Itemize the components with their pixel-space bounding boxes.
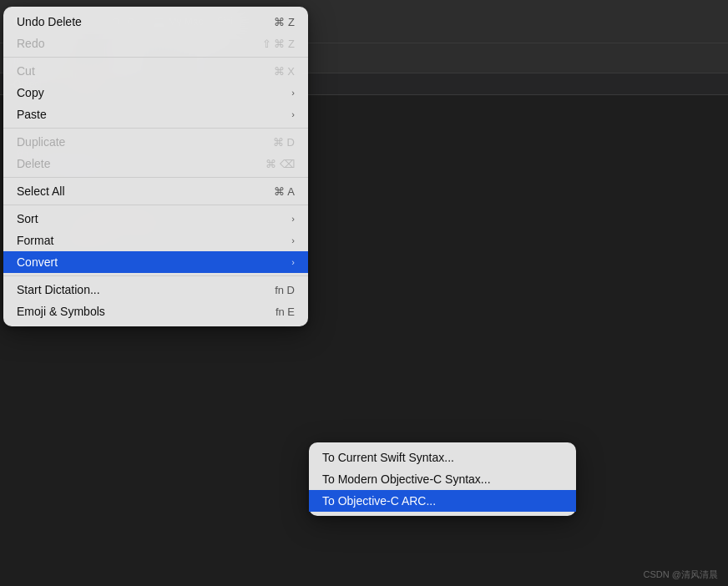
dictation-label: Start Dictation... <box>17 283 100 296</box>
to-modern-objc-label: To Modern Objective-C Syntax... <box>322 472 491 486</box>
separator-5 <box>3 275 308 276</box>
select-all-shortcut: ⌘ A <box>274 185 295 198</box>
emoji-shortcut: fn E <box>276 306 295 318</box>
menu-item-cut: Cut ⌘ X <box>3 60 308 82</box>
menu-item-delete: Delete ⌘ ⌫ <box>3 153 308 174</box>
separator-2 <box>3 128 308 129</box>
copy-arrow: › <box>291 88 295 98</box>
convert-arrow: › <box>291 257 295 267</box>
delete-shortcut: ⌘ ⌫ <box>265 158 295 170</box>
menu-item-sort[interactable]: Sort › <box>3 208 308 230</box>
to-swift-label: To Current Swift Syntax... <box>322 451 454 464</box>
redo-shortcut: ⇧ ⌘ Z <box>262 38 295 50</box>
convert-submenu: To Current Swift Syntax... To Modern Obj… <box>309 442 576 516</box>
menu-item-select-all[interactable]: Select All ⌘ A <box>3 180 308 202</box>
menu-item-convert[interactable]: Convert › <box>3 251 308 273</box>
format-arrow: › <box>291 235 295 245</box>
copy-label: Copy <box>17 86 44 99</box>
menu-item-paste[interactable]: Paste › <box>3 104 308 125</box>
separator-1 <box>3 57 308 58</box>
convert-label: Convert <box>17 255 58 269</box>
paste-arrow: › <box>291 109 295 119</box>
sort-label: Sort <box>17 212 38 225</box>
separator-4 <box>3 205 308 205</box>
duplicate-label: Duplicate <box>17 135 65 149</box>
menu-item-format[interactable]: Format › <box>3 230 308 251</box>
undo-delete-shortcut-text: ⌘ Z <box>274 16 295 28</box>
redo-label: Redo <box>17 37 44 50</box>
cut-shortcut: ⌘ X <box>274 65 295 78</box>
menu-item-copy[interactable]: Copy › <box>3 82 308 104</box>
duplicate-shortcut: ⌘ D <box>273 136 295 149</box>
menu-item-duplicate: Duplicate ⌘ D <box>3 131 308 153</box>
menu-item-undo-delete[interactable]: Undo Delete ⌘ Z <box>3 11 308 33</box>
undo-delete-label: Undo Delete <box>17 15 82 28</box>
undo-delete-shortcut: ⌘ Z <box>274 16 295 28</box>
menu-item-dictation[interactable]: Start Dictation... fn D <box>3 279 308 301</box>
context-menu: Undo Delete ⌘ Z Redo ⇧ ⌘ Z Cut ⌘ X Copy … <box>3 7 308 326</box>
paste-label: Paste <box>17 108 47 121</box>
sort-arrow: › <box>291 214 295 224</box>
submenu-to-arc[interactable]: To Objective-C ARC... <box>309 490 576 512</box>
submenu-to-modern-objc[interactable]: To Modern Objective-C Syntax... <box>309 468 576 490</box>
dictation-shortcut: fn D <box>275 284 295 296</box>
submenu-to-swift[interactable]: To Current Swift Syntax... <box>309 447 576 468</box>
delete-label: Delete <box>17 157 50 170</box>
cut-label: Cut <box>17 64 35 78</box>
format-label: Format <box>17 234 53 247</box>
to-arc-label: To Objective-C ARC... <box>322 494 436 508</box>
emoji-label: Emoji & Symbols <box>17 305 105 318</box>
menu-item-emoji[interactable]: Emoji & Symbols fn E <box>3 301 308 322</box>
watermark: CSDN @清风清晨 <box>644 568 718 581</box>
separator-3 <box>3 177 308 178</box>
menu-item-redo: Redo ⇧ ⌘ Z <box>3 33 308 54</box>
select-all-label: Select All <box>17 184 65 198</box>
